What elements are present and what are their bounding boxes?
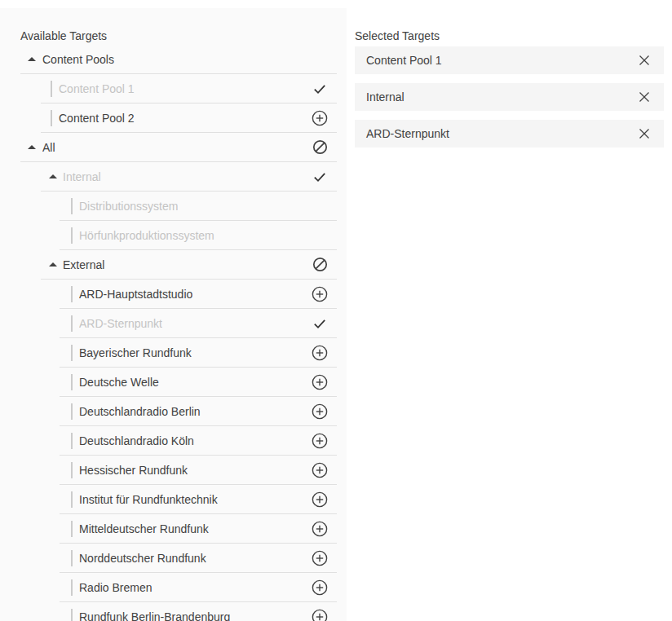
add-circle-icon[interactable] [312, 521, 328, 537]
available-targets-tree: Content PoolsContent Pool 1Content Pool … [0, 45, 347, 621]
tree-row[interactable]: Content Pools [20, 45, 337, 74]
tree-row-label: Norddeutscher Rundfunk [79, 552, 206, 565]
close-icon[interactable] [639, 128, 650, 139]
selected-target-item: ARD-Sternpunkt [355, 120, 664, 148]
tree-row[interactable]: Norddeutscher Rundfunk [60, 544, 337, 573]
check-icon [312, 81, 328, 97]
check-icon [312, 315, 328, 332]
collapse-arrow-icon[interactable] [24, 145, 39, 149]
tree-leaf-bar [71, 315, 73, 332]
add-circle-icon[interactable] [312, 433, 328, 449]
tree-row-label: ARD-Sternpunkt [79, 317, 162, 330]
collapse-arrow-icon[interactable] [46, 262, 60, 266]
close-icon[interactable] [639, 55, 650, 66]
tree-row[interactable]: Rundfunk Berlin-Brandenburg [60, 602, 337, 621]
tree-row-label: Radio Bremen [79, 581, 153, 594]
add-circle-icon[interactable] [312, 579, 328, 596]
add-circle-icon[interactable] [312, 345, 328, 361]
tree-row-label: Bayerischer Rundfunk [79, 346, 192, 359]
tree-row[interactable]: Deutschlandradio Köln [60, 426, 337, 456]
tree-row-label: Distributionssystem [79, 200, 178, 213]
selected-target-label: Content Pool 1 [366, 54, 442, 67]
tree-row[interactable]: All [20, 133, 337, 162]
tree-row[interactable]: Hessischer Rundfunk [60, 456, 337, 485]
tree-row-label: Deutschlandradio Berlin [79, 405, 201, 418]
selected-targets-panel: Selected Targets Content Pool 1InternalA… [347, 8, 672, 621]
block-icon [312, 257, 328, 273]
tree-leaf-bar [71, 579, 73, 596]
add-circle-icon[interactable] [312, 491, 328, 508]
tree-leaf-bar [71, 374, 73, 390]
tree-row[interactable]: Content Pool 1 [41, 74, 337, 104]
collapse-arrow-icon[interactable] [24, 57, 39, 61]
tree-leaf-bar [71, 345, 73, 361]
tree-row[interactable]: Content Pool 2 [41, 104, 337, 133]
tree-row[interactable]: Mitteldeutscher Rundfunk [60, 514, 337, 544]
add-circle-icon[interactable] [312, 286, 328, 302]
selected-targets-list: Content Pool 1InternalARD-Sternpunkt [347, 46, 672, 148]
tree-leaf-bar [71, 227, 73, 244]
tree-row[interactable]: ARD-Sternpunkt [60, 309, 337, 338]
tree-leaf-bar [71, 521, 73, 537]
add-circle-icon[interactable] [312, 110, 328, 126]
tree-leaf-bar [71, 286, 73, 302]
tree-row-label: Institut für Rundfunktechnik [79, 493, 218, 506]
selected-target-item: Content Pool 1 [355, 46, 664, 74]
selected-target-label: ARD-Sternpunkt [366, 127, 449, 140]
tree-row-label: All [42, 141, 55, 154]
target-picker: Available Targets Content PoolsContent P… [0, 0, 672, 621]
tree-leaf-bar [51, 81, 52, 97]
tree-row-label: Mitteldeutscher Rundfunk [79, 522, 209, 535]
tree-row-label: Hörfunkproduktionssystem [79, 229, 214, 242]
close-icon[interactable] [639, 91, 650, 103]
tree-leaf-bar [71, 403, 73, 420]
add-circle-icon[interactable] [312, 550, 328, 566]
tree-row[interactable]: Radio Bremen [60, 573, 337, 602]
tree-row-label: Content Pool 1 [59, 82, 135, 95]
tree-row[interactable]: Distributionssystem [60, 192, 337, 221]
tree-row[interactable]: Internal [41, 162, 337, 192]
block-icon [312, 139, 328, 156]
selected-target-item: Internal [355, 83, 664, 111]
tree-row-label: Deutsche Welle [79, 376, 159, 389]
tree-row-label: External [63, 258, 104, 271]
available-targets-title: Available Targets [0, 8, 347, 45]
tree-row[interactable]: Bayerischer Rundfunk [60, 338, 337, 368]
tree-leaf-bar [51, 110, 52, 126]
tree-leaf-bar [71, 462, 73, 478]
tree-row-label: Hessischer Rundfunk [79, 464, 188, 477]
tree-row-label: Rundfunk Berlin-Brandenburg [79, 610, 230, 621]
selected-target-label: Internal [366, 90, 405, 104]
tree-row[interactable]: Hörfunkproduktionssystem [60, 221, 337, 250]
add-circle-icon[interactable] [312, 403, 328, 420]
tree-row-label: Deutschlandradio Köln [79, 434, 194, 447]
check-icon [312, 169, 328, 185]
add-circle-icon[interactable] [312, 462, 328, 478]
tree-leaf-bar [71, 433, 73, 449]
available-targets-panel: Available Targets Content PoolsContent P… [0, 8, 347, 621]
tree-leaf-bar [71, 609, 73, 621]
tree-row-label: Content Pools [42, 53, 114, 66]
tree-row-label: Internal [63, 170, 101, 183]
tree-row-label: Content Pool 2 [59, 112, 135, 125]
add-circle-icon[interactable] [312, 374, 328, 390]
tree-leaf-bar [71, 491, 73, 508]
tree-leaf-bar [71, 550, 73, 566]
tree-row[interactable]: Institut für Rundfunktechnik [60, 485, 337, 514]
selected-targets-title: Selected Targets [347, 8, 672, 43]
tree-row-label: ARD-Hauptstadtstudio [79, 288, 192, 301]
tree-row[interactable]: ARD-Hauptstadtstudio [60, 280, 337, 309]
tree-row[interactable]: Deutschlandradio Berlin [60, 397, 337, 426]
add-circle-icon[interactable] [312, 609, 328, 621]
collapse-arrow-icon[interactable] [46, 174, 60, 178]
tree-row[interactable]: Deutsche Welle [60, 368, 337, 397]
tree-leaf-bar [71, 198, 73, 214]
tree-row[interactable]: External [41, 250, 337, 280]
